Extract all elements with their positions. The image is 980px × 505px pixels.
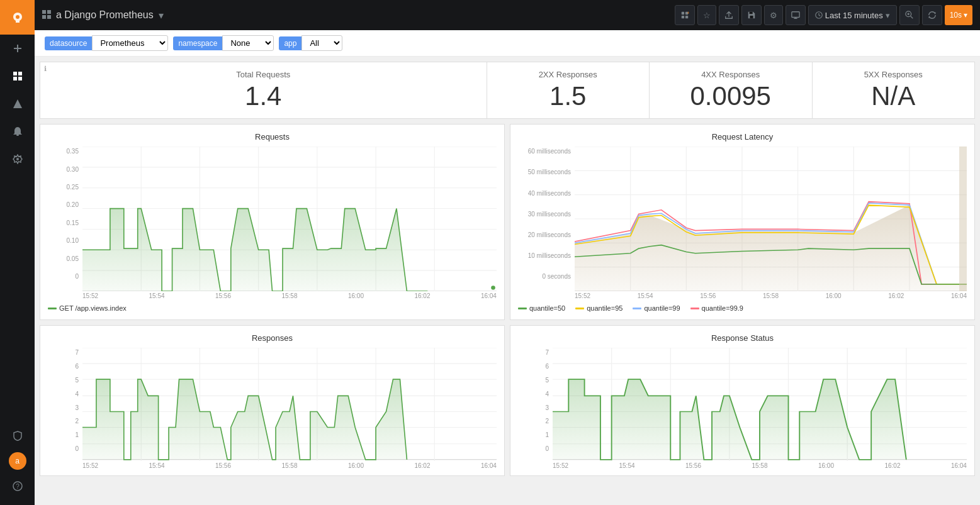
star-button[interactable]: ☆: [697, 5, 716, 25]
total-requests-value: 1.4: [50, 82, 476, 111]
add-panel-button[interactable]: +: [675, 5, 695, 25]
shield-icon[interactable]: [0, 422, 35, 450]
help-icon[interactable]: ?: [0, 472, 35, 500]
legend-q95: quantile=95: [575, 304, 622, 312]
svg-rect-17: [682, 12, 684, 14]
svg-point-42: [491, 286, 495, 290]
svg-rect-5: [18, 72, 22, 75]
legend-label-q95: quantile=95: [587, 304, 622, 312]
svg-marker-8: [13, 99, 22, 108]
legend-q50: quantile=50: [518, 304, 565, 312]
grid-icon: [42, 10, 51, 21]
2xx-value: 1.5: [497, 82, 639, 111]
response-status-chart-panel: Response Status 76543210: [510, 325, 975, 476]
5xx-value: N/A: [823, 82, 965, 111]
legend-color-q99: [633, 308, 641, 309]
responses-y-axis: 76543210: [48, 348, 82, 461]
total-requests-panel: ℹ Total Requests 1.4: [40, 62, 487, 118]
legend-item-get: GET /app.views.index: [48, 304, 127, 312]
svg-rect-9: [16, 135, 19, 136]
title-dropdown-arrow[interactable]: ▾: [159, 9, 164, 21]
app-logo[interactable]: [0, 0, 35, 35]
time-dropdown-arrow: ▾: [886, 11, 890, 20]
app-filter: app All: [279, 35, 342, 51]
namespace-label: namespace: [173, 36, 222, 50]
4xx-value: 0.0095: [660, 82, 802, 111]
app-select[interactable]: All: [301, 35, 342, 51]
svg-rect-3: [14, 48, 21, 49]
dashboard-title-area: a Django Prometheus ▾: [42, 9, 164, 21]
stat-row: ℹ Total Requests 1.4 2XX Responses 1.5 4…: [40, 62, 975, 119]
alerting-icon[interactable]: [0, 118, 35, 145]
response-status-chart-svg: [553, 348, 967, 461]
legend-label-q999: quantile=99.9: [702, 304, 743, 312]
header-actions: + ☆ ⚙ Last 15 minutes ▾: [675, 5, 972, 25]
time-range-picker[interactable]: Last 15 minutes ▾: [808, 5, 897, 25]
dashboard-content: ℹ Total Requests 1.4 2XX Responses 1.5 4…: [35, 57, 980, 505]
svg-rect-7: [18, 77, 22, 80]
refresh-icon-btn[interactable]: [922, 5, 942, 25]
dashboards-icon[interactable]: [0, 62, 35, 90]
svg-rect-6: [13, 77, 17, 80]
svg-rect-57: [959, 147, 967, 291]
namespace-select[interactable]: None: [222, 35, 274, 51]
total-requests-label: Total Requests: [50, 70, 476, 79]
configuration-icon[interactable]: [0, 145, 35, 173]
svg-rect-4: [13, 72, 17, 75]
requests-legend: GET /app.views.index: [48, 304, 497, 312]
share-button[interactable]: [719, 5, 739, 25]
requests-y-axis: 0.350.300.250.200.150.100.050: [48, 147, 82, 291]
latency-chart-panel: Request Latency 60 milliseconds 50 milli…: [510, 124, 975, 320]
refresh-rate-label: 10s: [950, 11, 962, 19]
save-button[interactable]: [741, 5, 762, 25]
responses-chart-title: Responses: [48, 333, 497, 343]
5xx-responses-panel: 5XX Responses N/A: [813, 62, 975, 118]
legend-label-q99: quantile=99: [644, 304, 680, 312]
svg-rect-14: [47, 10, 51, 14]
settings-button[interactable]: ⚙: [764, 5, 783, 25]
datasource-label: datasource: [45, 36, 92, 50]
sidebar: a ?: [0, 0, 35, 505]
datasource-select[interactable]: Prometheus: [92, 35, 168, 51]
response-status-chart-title: Response Status: [518, 333, 967, 343]
bottom-charts-grid: Responses 76543210: [40, 325, 975, 476]
app-label: app: [279, 36, 301, 50]
requests-chart-title: Requests: [48, 132, 497, 142]
requests-chart-svg: [82, 147, 497, 291]
svg-point-1: [16, 15, 20, 19]
top-charts-grid: Requests 0.350.300.250.200.150.100.050: [40, 124, 975, 320]
legend-color-get: [48, 308, 57, 309]
responses-x-axis: 15:5215:5415:5615:5816:0016:0216:04: [48, 462, 497, 469]
5xx-label: 5XX Responses: [823, 70, 965, 79]
svg-rect-22: [750, 16, 753, 18]
legend-label-q50: quantile=50: [529, 304, 565, 312]
add-icon[interactable]: [0, 35, 35, 62]
main-content: a Django Prometheus ▾ + ☆ ⚙ Last 15 minu…: [35, 0, 980, 505]
display-button[interactable]: [786, 5, 806, 25]
4xx-label: 4XX Responses: [660, 70, 802, 79]
refresh-rate-button[interactable]: 10s ▾: [945, 5, 972, 25]
legend-color-q999: [690, 308, 699, 309]
svg-text:+: +: [687, 11, 689, 15]
response-status-x-axis: 15:5215:5415:5615:5816:0016:0216:04: [518, 462, 967, 469]
responses-chart-panel: Responses 76543210: [40, 325, 505, 476]
2xx-responses-panel: 2XX Responses 1.5: [487, 62, 650, 118]
user-avatar[interactable]: a: [9, 452, 26, 470]
explore-icon[interactable]: [0, 90, 35, 118]
svg-rect-19: [682, 16, 684, 18]
4xx-responses-panel: 4XX Responses 0.0095: [650, 62, 813, 118]
latency-legend: quantile=50 quantile=95 quantile=99 quan…: [518, 304, 967, 312]
zoom-button[interactable]: [899, 5, 920, 25]
svg-rect-16: [47, 15, 51, 19]
time-range-label: Last 15 minutes: [825, 11, 883, 20]
latency-chart-title: Request Latency: [518, 132, 967, 142]
legend-q99: quantile=99: [633, 304, 680, 312]
response-status-y-axis: 76543210: [518, 348, 553, 461]
latency-y-axis: 60 milliseconds 50 milliseconds 40 milli…: [518, 147, 575, 291]
svg-rect-20: [685, 16, 688, 18]
latency-x-axis: 15:5215:5415:5615:5816:0016:0216:04: [518, 292, 967, 299]
svg-rect-24: [792, 12, 799, 18]
svg-rect-13: [42, 10, 46, 14]
namespace-filter: namespace None: [173, 35, 274, 51]
svg-rect-23: [749, 12, 752, 14]
